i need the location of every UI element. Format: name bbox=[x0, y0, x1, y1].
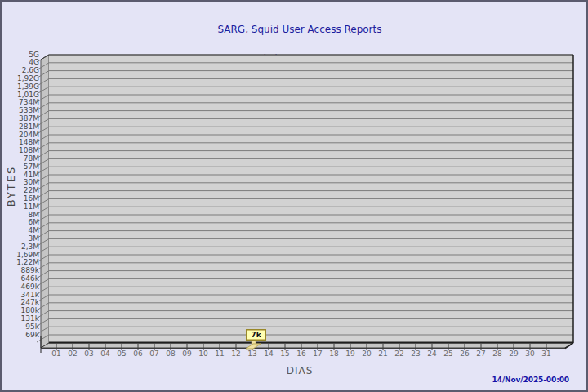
y-tick-label: 646k bbox=[2, 275, 39, 283]
generation-timestamp: 14/Nov/2025-00:00 bbox=[492, 376, 569, 384]
x-tick-label: 26 bbox=[456, 350, 474, 358]
y-tick-label: 131k bbox=[2, 315, 39, 323]
x-tick-label: 07 bbox=[145, 350, 163, 358]
y-tick-label: 387M bbox=[2, 115, 39, 122]
x-tick-label: 14 bbox=[260, 350, 278, 358]
x-tick-label: 15 bbox=[276, 350, 294, 358]
y-tick-label: 734M bbox=[2, 99, 39, 106]
x-tick-label: 21 bbox=[374, 350, 392, 358]
y-tick-label: 8M bbox=[2, 212, 39, 219]
y-tick-label: 3M bbox=[2, 235, 39, 243]
x-tick-label: 08 bbox=[162, 350, 180, 358]
y-tick-label: 6M bbox=[2, 219, 39, 226]
x-tick-label: 06 bbox=[129, 350, 147, 358]
y-tick-label: 1,39G bbox=[2, 83, 39, 91]
x-tick-label: 30 bbox=[521, 350, 539, 358]
x-tick-label: 28 bbox=[488, 350, 506, 358]
x-tick-label: 25 bbox=[439, 350, 457, 358]
x-tick-label: 20 bbox=[358, 350, 376, 358]
x-tick-label: 12 bbox=[227, 350, 245, 358]
y-tick-label: 2,3M bbox=[2, 243, 39, 251]
x-tick-label: 18 bbox=[325, 350, 343, 358]
x-tick-label: 29 bbox=[505, 350, 523, 358]
y-tick-label: 281M bbox=[2, 123, 39, 131]
y-tick-label: 204M bbox=[2, 131, 39, 139]
x-tick-label: 02 bbox=[64, 350, 82, 358]
x-tick-label: 05 bbox=[113, 350, 131, 358]
x-tick-label: 17 bbox=[309, 350, 327, 358]
y-tick-label: 1,69M bbox=[2, 252, 39, 259]
y-tick-label: 1,01G bbox=[2, 91, 39, 99]
x-tick-label: 01 bbox=[47, 350, 65, 358]
sarg-report-window: SARG, Squid User Access Reports Período:… bbox=[0, 0, 588, 392]
x-tick-label: 11 bbox=[211, 350, 229, 358]
bar-value-annotation: 7k bbox=[246, 329, 266, 341]
y-tick-label: 69k bbox=[2, 332, 39, 339]
x-tick-label: 10 bbox=[194, 350, 212, 358]
y-tick-label: 108M bbox=[2, 147, 39, 154]
x-tick-label: 24 bbox=[423, 350, 441, 358]
y-tick-label: 4G bbox=[2, 59, 39, 66]
y-tick-label: 533M bbox=[2, 107, 39, 114]
x-tick-label: 03 bbox=[80, 350, 98, 358]
y-tick-label: 341k bbox=[2, 292, 39, 299]
y-tick-label: 247k bbox=[2, 299, 39, 306]
x-tick-label: 19 bbox=[341, 350, 359, 358]
y-tick-label: 148M bbox=[2, 139, 39, 146]
y-tick-label: 4M bbox=[2, 227, 39, 234]
y-tick-label: 5G bbox=[2, 51, 39, 59]
y-tick-label: 2,6G bbox=[2, 67, 39, 74]
y-tick-label: 889k bbox=[2, 267, 39, 274]
x-tick-label: 23 bbox=[407, 350, 425, 358]
x-tick-label: 04 bbox=[96, 350, 114, 358]
x-axis-title: DIAS bbox=[2, 365, 588, 376]
y-tick-label: 180k bbox=[2, 307, 39, 314]
x-tick-label: 22 bbox=[390, 350, 408, 358]
y-tick-label: 1,22M bbox=[2, 259, 39, 266]
y-tick-label: 95k bbox=[2, 323, 39, 331]
x-tick-label: 13 bbox=[243, 350, 261, 358]
x-tick-label: 09 bbox=[178, 350, 196, 358]
y-axis-title: BYTES bbox=[5, 166, 17, 207]
y-tick-label: 1,92G bbox=[2, 75, 39, 82]
y-tick-label: 469k bbox=[2, 283, 39, 291]
bar-chart-plot bbox=[2, 2, 588, 392]
x-tick-label: 31 bbox=[537, 350, 555, 358]
x-tick-label: 27 bbox=[472, 350, 490, 358]
y-tick-label: 78M bbox=[2, 155, 39, 163]
x-tick-label: 16 bbox=[292, 350, 310, 358]
